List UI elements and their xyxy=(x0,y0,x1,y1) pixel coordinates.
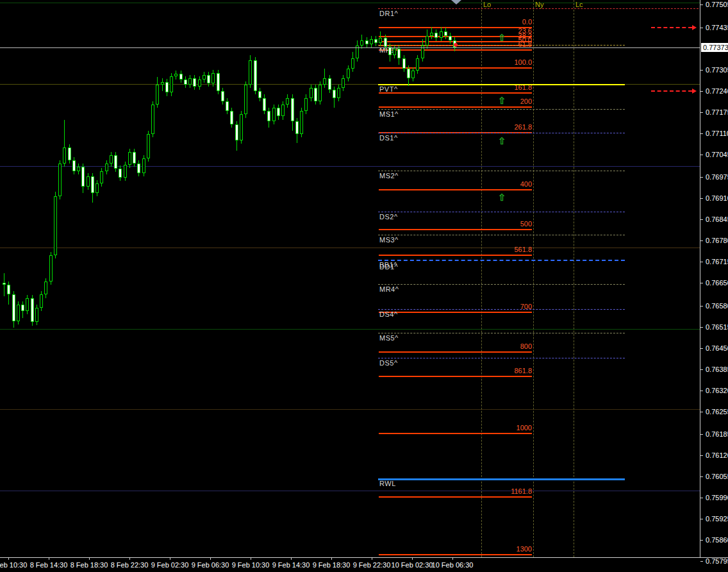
price-tick xyxy=(700,306,703,307)
candle-body xyxy=(374,39,377,43)
price-tick-label: 0.76715 xyxy=(706,258,728,265)
price-tick xyxy=(700,283,703,283)
price-tick xyxy=(700,112,703,113)
candle-body xyxy=(193,78,196,87)
time-tick xyxy=(412,557,413,560)
fib-label-1161.8: 1161.8 xyxy=(487,487,532,495)
candle-body xyxy=(240,114,243,140)
candle-body xyxy=(416,58,419,71)
session-label-ny: Ny xyxy=(535,1,543,8)
candle-body xyxy=(328,78,331,90)
time-axis[interactable]: 8 Feb 10:308 Feb 14:308 Feb 18:308 Feb 2… xyxy=(0,557,728,572)
price-tick xyxy=(700,91,703,92)
candle-body xyxy=(277,108,280,116)
time-tick-label: 8 Feb 14:30 xyxy=(30,561,68,569)
price-tick xyxy=(700,177,703,178)
fib-line-800 xyxy=(379,351,532,353)
fib-label-400: 400 xyxy=(487,180,532,188)
candle-body xyxy=(91,176,94,193)
candle-body xyxy=(26,298,29,311)
candle-body xyxy=(449,36,452,40)
candle-body xyxy=(379,38,382,43)
price-tick-label: 0.76650 xyxy=(706,279,728,287)
candle-body xyxy=(7,285,10,294)
candle-body xyxy=(444,31,447,36)
candle-body xyxy=(95,183,99,193)
time-tick xyxy=(251,557,251,560)
fib-label-1300: 1300 xyxy=(487,545,532,553)
pivot-line-ds2 xyxy=(378,212,625,212)
candle-body xyxy=(295,121,299,134)
candle-body xyxy=(31,298,34,322)
price-tick-label: 0.76120 xyxy=(706,451,728,459)
fib-line-561.8 xyxy=(379,255,532,256)
candle-body xyxy=(54,196,57,255)
candle-body xyxy=(407,69,410,78)
candle-body xyxy=(58,164,62,196)
candle-body xyxy=(40,294,43,308)
price-tick-label: 0.76385 xyxy=(706,366,728,373)
pivot-line-ds1 xyxy=(378,133,625,133)
price-tick xyxy=(700,391,703,391)
candle-body xyxy=(318,85,322,101)
grid-divider-line xyxy=(0,409,700,410)
session-label-lo: Lo xyxy=(483,1,491,8)
candle-body xyxy=(440,31,443,38)
time-tick-label: 9 Feb 18:30 xyxy=(313,561,351,569)
pivot-label-ms5: MS5^ xyxy=(379,334,399,342)
fib-line-61.8 xyxy=(379,49,532,51)
candle-body xyxy=(170,76,173,92)
pivot-label-ds2: DS2^ xyxy=(379,213,398,221)
time-tick xyxy=(8,557,9,560)
grid-divider-line xyxy=(0,329,700,330)
candle-body xyxy=(434,33,438,38)
time-tick-label: 10 Feb 06:30 xyxy=(432,561,474,569)
chart-window: LoNyLc0.023.638.250.061.8100.0161.820026… xyxy=(0,0,728,572)
pivot-line-mr1 xyxy=(378,45,625,46)
price-axis[interactable]: 0.775050.774350.773050.772400.771750.771… xyxy=(700,0,728,557)
fib-label-800: 800 xyxy=(487,342,532,350)
time-tick-label: 9 Feb 22:30 xyxy=(353,561,391,569)
candle-body xyxy=(397,49,401,58)
price-tick xyxy=(700,369,703,370)
price-tick-label: 0.77175 xyxy=(706,108,728,116)
fib-line-861.8 xyxy=(379,376,532,377)
pivot-label-dr1: DR1^ xyxy=(379,10,398,17)
candle-body xyxy=(3,283,6,285)
candle-body xyxy=(188,78,192,85)
time-tick xyxy=(49,557,49,560)
candle-body xyxy=(304,98,308,111)
pivot-label-ms3: MS3^ xyxy=(379,236,399,244)
candle-body xyxy=(286,98,289,105)
candle-body xyxy=(17,305,20,321)
price-tick-label: 0.76255 xyxy=(706,408,728,416)
alert-arrow xyxy=(651,27,692,28)
candle-body xyxy=(156,85,159,105)
candle-body xyxy=(384,38,387,47)
candle-body xyxy=(430,33,433,36)
candle-body xyxy=(203,75,206,80)
candle-body xyxy=(87,176,90,187)
fib-label-1000: 1000 xyxy=(487,424,532,432)
price-tick xyxy=(700,262,703,262)
fib-label-500: 500 xyxy=(487,220,532,228)
candle-body xyxy=(161,82,164,85)
price-tick-label: 0.76515 xyxy=(706,323,728,331)
candle-body xyxy=(114,155,117,169)
candle-body xyxy=(21,305,24,311)
price-tick-label: 0.76320 xyxy=(706,387,728,394)
pivot-line-ms5 xyxy=(378,333,625,333)
price-tick xyxy=(700,327,703,328)
price-tick xyxy=(700,455,703,456)
time-tick-label: 10 Feb 02:30 xyxy=(392,561,433,569)
up-arrow-icon: ⇧ xyxy=(498,33,506,42)
candle-body xyxy=(184,80,187,85)
pivot-line-dr1 xyxy=(378,8,699,9)
candle-body xyxy=(244,85,247,114)
pivot-line-ds5 xyxy=(378,358,625,358)
grid-divider-line xyxy=(0,491,700,491)
candle-body xyxy=(267,111,270,121)
candle-body xyxy=(314,88,317,101)
plot-area[interactable]: LoNyLc0.023.638.250.061.8100.0161.820026… xyxy=(0,0,700,557)
pivot-line-ms3 xyxy=(378,235,625,235)
